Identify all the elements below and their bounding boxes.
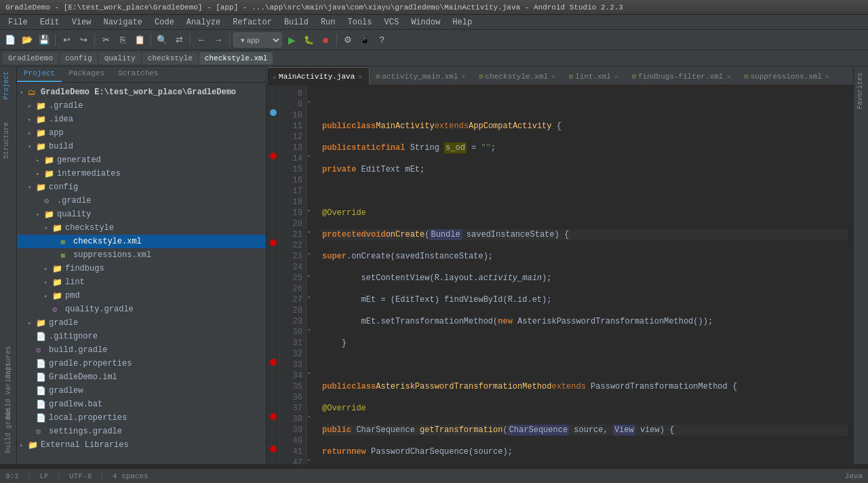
editor-tab-lint[interactable]: ⊞ lint.xml ✕	[563, 67, 626, 85]
menu-code[interactable]: Code	[149, 16, 180, 28]
status-indent: 4 spaces	[113, 472, 149, 480]
tree-gradledemo-iml[interactable]: 📄 GradleDemo.iml	[17, 370, 266, 384]
editor-tab-suppressions-close[interactable]: ✕	[824, 73, 831, 81]
menu-edit[interactable]: Edit	[35, 16, 65, 28]
toolbar-undo-btn[interactable]: ↩	[59, 33, 74, 47]
tree-findbugs-dir[interactable]: ▸ 📁 findbugs	[17, 262, 266, 275]
status-encoding: UTF-8	[69, 472, 92, 480]
tree-config-dir[interactable]: ▾ 📁 config	[17, 180, 266, 194]
menu-tools[interactable]: Tools	[342, 16, 378, 28]
debug-btn[interactable]: 🐛	[301, 33, 316, 47]
editor-area: ☕ MainActivity.java ✕ ⊞ activity_main.xm…	[267, 66, 853, 464]
toolbar-replace-btn[interactable]: ⇄	[172, 33, 186, 47]
tree-checkstyle-xml[interactable]: ◼ checkstyle.xml	[17, 235, 266, 248]
run-btn[interactable]: ▶	[284, 33, 299, 47]
app-selector[interactable]: ▾ app	[233, 33, 282, 47]
tree-gradlew[interactable]: 📄 gradlew	[17, 384, 266, 398]
nav-tab-config[interactable]: config	[60, 52, 98, 64]
tree-checkstyle-dir[interactable]: ▾ 📁 checkstyle	[17, 221, 266, 235]
editor-tab-activity-main-close[interactable]: ✕	[460, 73, 467, 81]
tree-build-dir[interactable]: ▾ 📁 build	[17, 140, 266, 153]
tree-generated-dir[interactable]: ▸ 📁 generated	[17, 153, 266, 167]
tree-settings-gradle[interactable]: ⚙ settings.gradle	[17, 425, 266, 438]
toolbar-paste-btn[interactable]: 📋	[132, 33, 147, 47]
code-line-9: public class MainActivity extends AppCom…	[322, 121, 848, 132]
tree-build-gradle[interactable]: ⚙ build.gradle	[17, 343, 266, 357]
code-area: 8 9 10 11 12 13 14 15 16 17 18 19 20 21 …	[267, 85, 853, 464]
tree-gradle-props[interactable]: 📄 gradle.properties	[17, 357, 266, 370]
toolbar-open-btn[interactable]: 📂	[20, 33, 35, 47]
status-bar: 9:1 | LF | UTF-8 | 4 spaces Java	[0, 468, 868, 483]
tree-intermediates-dir[interactable]: ▸ 📁 intermediates	[17, 167, 266, 180]
editor-tab-findbugs[interactable]: ⊞ findbugs-filter.xml ✕	[626, 67, 738, 85]
code-line-19: }	[322, 338, 848, 349]
toolbar-help2-btn[interactable]: ?	[374, 33, 389, 47]
toolbar-back-btn[interactable]: ←	[194, 33, 209, 47]
editor-tab-checkstyle-close[interactable]: ✕	[550, 73, 557, 81]
tree-idea-dir[interactable]: ▸ 📁 .idea	[17, 113, 266, 126]
tree-local-props[interactable]: 📄 local.properties	[17, 411, 266, 425]
tree-lint-dir[interactable]: ▸ 📁 lint	[17, 275, 266, 289]
menu-vcs[interactable]: VCS	[379, 16, 405, 28]
editor-tab-activity-main[interactable]: ⊞ activity_main.xml ✕	[370, 67, 473, 85]
menu-help[interactable]: Help	[447, 16, 477, 28]
code-line-8	[322, 99, 848, 110]
menu-file[interactable]: File	[3, 16, 33, 28]
editor-tab-lint-close[interactable]: ✕	[613, 73, 620, 81]
favorites-panel-btn[interactable]: Favorites	[854, 66, 868, 115]
code-line-12	[322, 186, 848, 197]
tree-app-dir[interactable]: ▸ 📁 app	[17, 126, 266, 140]
toolbar-save-btn[interactable]: 💾	[37, 33, 52, 47]
menu-window[interactable]: Window	[406, 16, 446, 28]
menu-refactor[interactable]: Refactor	[227, 16, 277, 28]
editor-tab-checkstyle[interactable]: ⊞ checkstyle.xml ✕	[473, 67, 563, 85]
toolbar-sep-1	[55, 34, 56, 46]
status-module: 9:1	[5, 472, 19, 480]
nav-tab-quality[interactable]: quality	[99, 52, 141, 64]
tree-external-libs[interactable]: ▸ 📁 External Libraries	[17, 438, 266, 452]
main-layout: Project Structure Captures Build Variant…	[0, 66, 868, 464]
tree-suppressions-xml[interactable]: ◼ suppressions.xml	[17, 248, 266, 262]
toolbar-sdk-btn[interactable]: ⚙	[340, 33, 355, 47]
toolbar-avd-btn[interactable]: 📱	[357, 33, 372, 47]
menu-navigate[interactable]: Navigate	[98, 16, 148, 28]
menu-run[interactable]: Run	[315, 16, 341, 28]
tree-quality-dir[interactable]: ▾ 📁 quality	[17, 208, 266, 221]
menu-view[interactable]: View	[66, 16, 97, 28]
tree-gitignore[interactable]: 📄 .gitignore	[17, 330, 266, 343]
menu-build[interactable]: Build	[279, 16, 314, 28]
nav-tab-checkstyle[interactable]: checkstyle	[142, 52, 198, 64]
toolbar-new-btn[interactable]: 📄	[3, 33, 18, 47]
tree-pmd-dir[interactable]: ▸ 📁 pmd	[17, 289, 266, 303]
tree-gradle-dir2[interactable]: ▸ 📁 gradle	[17, 316, 266, 330]
tree-root[interactable]: ▾ 🗂 GradleDemo E:\test_work_place\Gradle…	[17, 85, 266, 99]
editor-tab-mainactivity-close[interactable]: ✕	[357, 73, 363, 81]
menu-analyze[interactable]: Analyze	[181, 16, 226, 28]
toolbar-redo-btn[interactable]: ↪	[76, 33, 91, 47]
build-grade-label[interactable]: build grade	[2, 404, 15, 457]
project-panel-btn[interactable]: Project	[0, 66, 16, 104]
editor-tab-lint-label: lint.xml	[575, 73, 611, 81]
toolbar-copy-btn[interactable]: ⎘	[115, 33, 130, 47]
line-numbers: 8 9 10 11 12 13 14 15 16 17 18 19 20 21 …	[280, 85, 307, 464]
nav-tab-gradledemo[interactable]: GradleDemo	[3, 52, 58, 64]
toolbar-cut-btn[interactable]: ✂	[98, 33, 113, 47]
toolbar-find-btn[interactable]: 🔍	[155, 33, 170, 47]
sidebar-tab-packages[interactable]: Packages	[62, 66, 111, 82]
nav-tab-checkstyle-xml[interactable]: checkstyle.xml	[199, 52, 273, 64]
tree-gradlew-bat[interactable]: 📄 gradlew.bat	[17, 398, 266, 411]
code-line-14: protected void onCreate(Bundle savedInst…	[322, 229, 848, 240]
sidebar-tab-scratches[interactable]: Scratches	[111, 66, 165, 82]
code-editor[interactable]: public class MainActivity extends AppCom…	[317, 85, 853, 464]
stop-btn[interactable]: ■	[318, 33, 333, 47]
tree-config-gradle[interactable]: ⚙ .gradle	[17, 194, 266, 208]
toolbar-fwd-btn[interactable]: →	[211, 33, 226, 47]
editor-tab-mainactivity[interactable]: ☕ MainActivity.java ✕	[267, 67, 370, 85]
tree-gradle-dir[interactable]: ▸ 📁 .gradle	[17, 99, 266, 113]
editor-tab-suppressions[interactable]: ⊞ suppressions.xml ✕	[738, 67, 837, 85]
structure-panel-btn[interactable]: Structure	[0, 117, 16, 163]
tree-quality-gradle[interactable]: ⚙ quality.gradle	[17, 303, 266, 316]
sidebar-tab-project[interactable]: Project	[17, 66, 62, 82]
status-sep3: |	[100, 472, 104, 480]
editor-tab-findbugs-close[interactable]: ✕	[725, 73, 732, 81]
